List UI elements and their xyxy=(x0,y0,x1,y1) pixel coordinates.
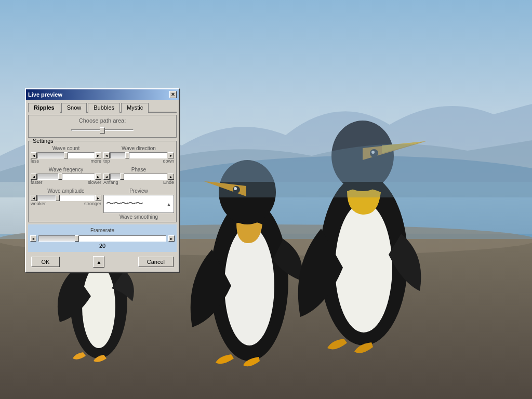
phase-minmax: Anfang Ende xyxy=(103,180,174,185)
wave-direction-group: Wave direction ◄ ► top xyxy=(103,145,174,164)
wave-frequency-group: Wave freqency ◄ ► faster xyxy=(31,167,101,185)
framerate-value: 20 xyxy=(30,243,175,249)
dialog-body: Ripples Snow Bubbles Mystic Choose path … xyxy=(26,100,179,272)
path-area-label: Choose path area: xyxy=(29,117,176,124)
wave-amplitude-slider-row: ◄ ► xyxy=(31,195,101,201)
wave-direction-label: Wave direction xyxy=(103,145,174,151)
wave-count-label: Wave count xyxy=(31,145,101,151)
wave-preview: 〜〜〜〜〜 ▲ xyxy=(103,195,174,213)
tab-bubbles[interactable]: Bubbles xyxy=(88,103,120,113)
wave-count-max: more xyxy=(90,158,101,164)
svg-point-12 xyxy=(224,226,274,345)
framerate-left-arrow[interactable]: ◄ xyxy=(30,235,36,242)
wave-frequency-label: Wave freqency xyxy=(31,167,101,172)
preview-area-label: Preview xyxy=(103,188,174,194)
wave-amplitude-min: weaker xyxy=(31,201,46,206)
svg-point-17 xyxy=(335,203,392,332)
phase-left-arrow[interactable]: ◄ xyxy=(103,174,110,180)
phase-slider-row: ◄ ► xyxy=(103,174,174,180)
wave-direction-minmax: top down xyxy=(103,158,174,164)
phase-max: Ende xyxy=(163,180,174,185)
wave-amplitude-track[interactable] xyxy=(37,195,95,201)
wave-frequency-slider-row: ◄ ► xyxy=(31,174,101,180)
tab-mystic[interactable]: Mystic xyxy=(121,103,149,113)
settings-left-column: Wave count ◄ ► less mo xyxy=(31,145,101,220)
settings-title: Settings xyxy=(32,138,55,144)
wave-count-right-arrow[interactable]: ► xyxy=(95,152,101,158)
wave-frequency-track[interactable] xyxy=(37,174,95,180)
settings-section: Settings Wave count ◄ xyxy=(28,141,177,222)
settings-inner: Wave count ◄ ► less mo xyxy=(31,143,174,220)
wave-direction-left-arrow[interactable]: ◄ xyxy=(103,152,110,158)
wave-amplitude-label: Wave amplitude xyxy=(31,188,101,194)
wave-amplitude-left-arrow[interactable]: ◄ xyxy=(31,195,37,201)
wave-count-left-arrow[interactable]: ◄ xyxy=(31,152,37,158)
wave-count-track[interactable] xyxy=(37,152,95,158)
wave-frequency-min: faster xyxy=(31,180,43,185)
wave-direction-right-arrow[interactable]: ► xyxy=(168,152,174,158)
phase-group: Phase ◄ ► Anfang Ende xyxy=(103,167,174,185)
wave-direction-slider-row: ◄ ► xyxy=(103,152,174,158)
framerate-label: Framerate xyxy=(30,228,175,233)
wave-direction-track[interactable] xyxy=(110,152,167,158)
wave-frequency-left-arrow[interactable]: ◄ xyxy=(31,174,37,180)
wave-animation: 〜〜〜〜〜 xyxy=(106,198,142,209)
settings-right-column: Wave direction ◄ ► top xyxy=(103,145,174,220)
tab-ripples[interactable]: Ripples xyxy=(28,103,60,113)
path-slider-track[interactable] xyxy=(71,129,134,131)
phase-track[interactable] xyxy=(110,174,167,180)
tab-bar: Ripples Snow Bubbles Mystic xyxy=(28,102,177,113)
wave-smoothing-label: Wave smoothing xyxy=(103,214,174,220)
cancel-button[interactable]: Cancel xyxy=(138,257,174,267)
wave-direction-min: top xyxy=(103,158,110,164)
wave-count-group: Wave count ◄ ► less mo xyxy=(31,145,101,164)
up-arrow-button[interactable]: ▲ xyxy=(93,256,104,268)
preview-up-arrow: ▲ xyxy=(166,201,171,207)
wave-count-min: less xyxy=(31,158,39,164)
framerate-section: Framerate ◄ ► 20 xyxy=(28,224,177,252)
wave-frequency-minmax: faster slower xyxy=(31,180,101,185)
wave-frequency-right-arrow[interactable]: ► xyxy=(95,174,101,180)
close-button[interactable]: ✕ xyxy=(169,91,177,98)
path-area-section: Choose path area: xyxy=(28,115,177,138)
wave-direction-max: down xyxy=(163,158,174,164)
wave-amplitude-right-arrow[interactable]: ► xyxy=(95,195,101,201)
path-slider-thumb[interactable] xyxy=(100,127,105,134)
wave-count-minmax: less more xyxy=(31,158,101,164)
wave-amplitude-minmax: weaker stronger xyxy=(31,201,101,206)
live-preview-dialog: Live preview ✕ Ripples Snow Bubbles Myst… xyxy=(25,88,180,273)
dialog-title: Live preview xyxy=(28,91,62,98)
phase-right-arrow[interactable]: ► xyxy=(168,174,174,180)
framerate-right-arrow[interactable]: ► xyxy=(168,235,175,242)
wave-amplitude-group: Wave amplitude ◄ ► weaker xyxy=(31,188,101,206)
phase-min: Anfang xyxy=(103,180,118,185)
wave-count-slider-row: ◄ ► xyxy=(31,152,101,158)
wave-amplitude-max: stronger xyxy=(84,201,101,206)
ok-button[interactable]: OK xyxy=(31,257,60,267)
wave-frequency-max: slower xyxy=(88,180,101,185)
path-slider-container xyxy=(29,126,176,134)
framerate-track[interactable] xyxy=(38,235,166,242)
svg-point-6 xyxy=(82,265,115,348)
framerate-slider-row: ◄ ► xyxy=(30,235,175,242)
phase-label: Phase xyxy=(103,167,174,172)
button-row: OK ▲ Cancel xyxy=(28,254,177,270)
dialog-titlebar: Live preview ✕ xyxy=(26,89,179,100)
tab-snow[interactable]: Snow xyxy=(61,103,87,113)
